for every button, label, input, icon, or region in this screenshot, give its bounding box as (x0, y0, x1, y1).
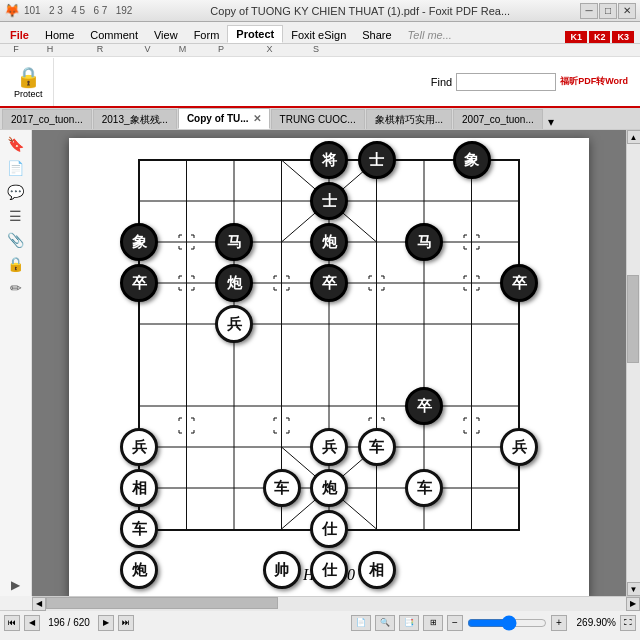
tab-form[interactable]: Form (186, 27, 228, 43)
piece-pao1: 炮 (310, 223, 348, 261)
ribbon-protect-group: 🔒 Protect (4, 58, 54, 106)
nav-first-btn[interactable]: ⏮ (4, 615, 20, 631)
zoom-in-btn[interactable]: + (551, 615, 567, 631)
foxit-k1[interactable]: K1 (565, 31, 587, 43)
page-content: 将 士 象 士 象 马 (69, 138, 589, 596)
piece-che2: 车 (263, 469, 301, 507)
ribbon-tabs: File Home Comment View Form Protect Foxi… (0, 22, 640, 44)
piece-shi2: 士 (310, 182, 348, 220)
search-input[interactable] (456, 73, 556, 91)
scroll-down-btn[interactable]: ▼ (627, 582, 641, 596)
h-scroll-thumb[interactable] (46, 597, 278, 609)
piece-bing4: 兵 (500, 428, 538, 466)
piece-che1: 车 (358, 428, 396, 466)
piece-zu1: 卒 (120, 264, 158, 302)
piece-ma1: 马 (215, 223, 253, 261)
doc-tab-5[interactable]: 象棋精巧实用... (366, 109, 452, 129)
view-mode-btn1[interactable]: 📄 (351, 615, 371, 631)
scroll-thumb[interactable] (627, 275, 639, 363)
tab-file[interactable]: File (2, 27, 37, 43)
sidebar-expand-icon[interactable]: ▶ (11, 578, 20, 592)
doc-tab-6[interactable]: 2007_co_tuon... (453, 109, 543, 129)
tab-foxit-esign[interactable]: Foxit eSign (283, 27, 354, 43)
zoom-level: 269.90% (571, 617, 616, 628)
foxit-k3[interactable]: K3 (612, 31, 634, 43)
h-scroll-right-btn[interactable]: ▶ (626, 597, 640, 611)
piece-shi1: 士 (358, 141, 396, 179)
doc-tab-4[interactable]: TRUNG CUOC... (271, 109, 365, 129)
piece-zu2: 卒 (310, 264, 348, 302)
piece-bing1: 兵 (215, 305, 253, 343)
zoom-slider[interactable] (467, 618, 547, 628)
view-mode-btn2[interactable]: 🔍 (375, 615, 395, 631)
piece-zu3: 卒 (500, 264, 538, 302)
piece-ma2: 马 (405, 223, 443, 261)
nav-prev-btn[interactable]: ◀ (24, 615, 40, 631)
h-scroll-track[interactable] (46, 597, 626, 611)
fullscreen-btn[interactable]: ⛶ (620, 615, 636, 631)
nav-next-btn[interactable]: ▶ (98, 615, 114, 631)
h-scrollbar[interactable]: ◀ ▶ (32, 596, 640, 610)
doc-tab-active[interactable]: Copy of TU... ✕ (178, 108, 270, 129)
minimize-btn[interactable]: ─ (580, 3, 598, 19)
maximize-btn[interactable]: □ (599, 3, 617, 19)
sidebar-bookmark-icon[interactable]: 🔖 (7, 136, 24, 152)
chess-caption: Hình 80 (303, 566, 355, 584)
scroll-track[interactable] (627, 144, 641, 582)
tab-protect[interactable]: Protect (227, 25, 283, 43)
piece-xiang4: 相 (358, 551, 396, 589)
nav-last-btn[interactable]: ⏭ (118, 615, 134, 631)
piece-pao3: 炮 (310, 469, 348, 507)
tab-comment[interactable]: Comment (82, 27, 146, 43)
piece-bing3: 兵 (310, 428, 348, 466)
sidebar-comment-icon[interactable]: 💬 (7, 184, 24, 200)
scroll-up-btn[interactable]: ▲ (627, 130, 641, 144)
piece-jiang: 将 (310, 141, 348, 179)
sidebar-pages-icon[interactable]: 📄 (7, 160, 24, 176)
piece-pao2: 炮 (215, 264, 253, 302)
tab-tell-me[interactable]: Tell me... (400, 27, 460, 43)
piece-che4: 车 (120, 510, 158, 548)
chess-board: 将 士 象 士 象 马 (119, 150, 539, 554)
piece-pao4: 炮 (120, 551, 158, 589)
piece-shuai: 帅 (263, 551, 301, 589)
foxit-label: 福昕PDF转Word (560, 75, 628, 88)
sidebar-security-icon[interactable]: 🔒 (7, 256, 24, 272)
piece-xiang2: 象 (120, 223, 158, 261)
main-area: 🔖 📄 💬 ☰ 📎 🔒 ✏ ▶ (0, 130, 640, 596)
close-tab-icon: ✕ (253, 113, 261, 124)
find-label: Find (431, 76, 452, 88)
doc-tab-1[interactable]: 2017_co_tuon... (2, 109, 92, 129)
sidebar-layers-icon[interactable]: ☰ (9, 208, 22, 224)
app-icon: 🦊 (4, 3, 20, 18)
title-text: Copy of TUONG KY CHIEN THUAT (1).pdf - F… (140, 5, 580, 17)
h-scroll-left-btn[interactable]: ◀ (32, 597, 46, 611)
tab-home[interactable]: Home (37, 27, 82, 43)
tab-share[interactable]: Share (354, 27, 399, 43)
search-area: Find 福昕PDF转Word (431, 73, 636, 91)
sidebar-sign-icon[interactable]: ✏ (10, 280, 22, 296)
view-mode-btn4[interactable]: ⊞ (423, 615, 443, 631)
piece-zu4: 卒 (405, 387, 443, 425)
left-sidebar: 🔖 📄 💬 ☰ 📎 🔒 ✏ ▶ (0, 130, 32, 596)
doc-tab-2[interactable]: 2013_象棋残... (93, 109, 177, 129)
ribbon-shortcut-labels: F H R V M P X S (0, 44, 640, 56)
view-mode-btn3[interactable]: 📑 (399, 615, 419, 631)
protect-btn[interactable]: 🔒 Protect (14, 65, 43, 99)
sidebar-attach-icon[interactable]: 📎 (7, 232, 24, 248)
page-info: 196 / 620 (44, 617, 94, 628)
tab-view[interactable]: View (146, 27, 186, 43)
piece-xiang1: 象 (453, 141, 491, 179)
zoom-out-btn[interactable]: − (447, 615, 463, 631)
piece-bing2: 兵 (120, 428, 158, 466)
ribbon-protect-btns: 🔒 Protect (14, 65, 43, 99)
piece-che3: 车 (405, 469, 443, 507)
right-scrollbar[interactable]: ▲ ▼ (626, 130, 640, 596)
status-bar: ⏮ ◀ 196 / 620 ▶ ⏭ 📄 🔍 📑 ⊞ − + 269.90% ⛶ (0, 610, 640, 634)
piece-shi3: 仕 (310, 510, 348, 548)
title-bar: 🦊 101 2 3 4 5 6 7 192 Copy of TUONG KY C… (0, 0, 640, 22)
foxit-k2[interactable]: K2 (589, 31, 611, 43)
tab-dropdown-btn[interactable]: ▾ (548, 115, 554, 129)
doc-area[interactable]: 将 士 象 士 象 马 (32, 130, 626, 596)
close-btn[interactable]: ✕ (618, 3, 636, 19)
